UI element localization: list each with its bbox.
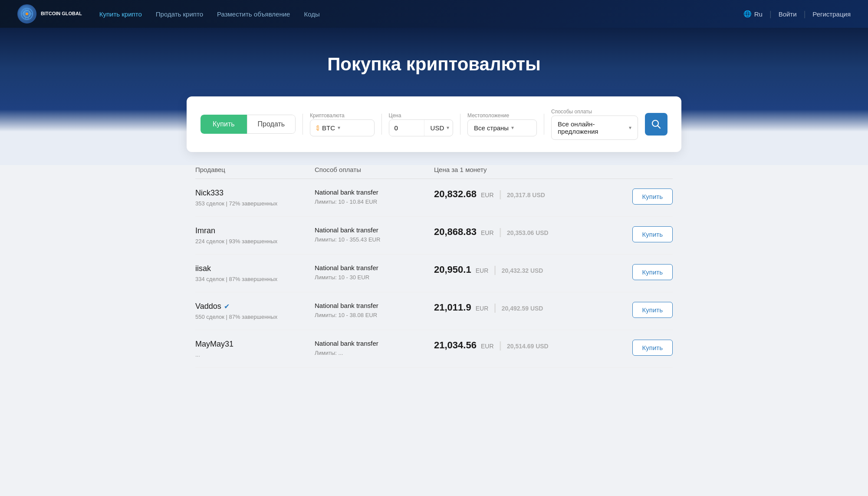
- price-col: 20,950.1 EUR | 20,432.32 USD: [434, 264, 613, 275]
- seller-name[interactable]: MayMay31: [195, 340, 315, 349]
- nav-sell-crypto[interactable]: Продать крипто: [156, 10, 203, 18]
- payment-col: National bank transfer Лимиты: 10 - 30 E…: [315, 264, 434, 281]
- seller-col: Imran 224 сделок | 93% завершенных: [195, 226, 315, 245]
- seller-stats: ...: [195, 351, 315, 358]
- payment-limits: Лимиты: 10 - 10.84 EUR: [315, 198, 434, 205]
- payment-method: National bank transfer: [315, 226, 434, 234]
- price-col: 21,011.9 EUR | 20,492.59 USD: [434, 302, 613, 313]
- seller-col: Nick333 353 сделок | 72% завершенных: [195, 188, 315, 207]
- nav-buy-crypto[interactable]: Купить крипто: [99, 10, 142, 18]
- price-value: 20,868.83 EUR | 20,353.06 USD: [434, 226, 613, 238]
- price-usd: 20,432.32 USD: [502, 267, 543, 274]
- currency-select[interactable]: USD ▾: [424, 120, 453, 136]
- price-col: 20,868.83 EUR | 20,353.06 USD: [434, 226, 613, 238]
- search-button[interactable]: [645, 113, 667, 136]
- price-input[interactable]: [389, 120, 424, 136]
- sell-toggle-button[interactable]: Продать: [247, 115, 296, 134]
- buy-button[interactable]: Купить: [632, 264, 673, 280]
- seller-col: Vaddos ✔ 550 сделок | 87% завершенных: [195, 302, 315, 320]
- table-row: MayMay31 ... National bank transfer Лими…: [195, 330, 673, 368]
- col-price: Цена за 1 монету: [434, 166, 613, 173]
- buy-button[interactable]: Купить: [632, 226, 673, 242]
- seller-col: MayMay31 ...: [195, 340, 315, 358]
- globe-icon: 🌐: [743, 10, 752, 18]
- col-seller: Продавец: [195, 166, 315, 173]
- payment-limits: Лимиты: 10 - 355.43 EUR: [315, 236, 434, 243]
- price-label: Цена: [389, 112, 453, 119]
- seller-name[interactable]: Vaddos ✔: [195, 302, 315, 311]
- price-input-wrap: USD ▾: [389, 119, 453, 136]
- navbar: BITCOIN GLOBAL Купить крипто Продать кри…: [0, 0, 868, 28]
- nav-divider2: |: [804, 10, 806, 19]
- crypto-label: Криптовалюта: [310, 112, 374, 119]
- col-payment: Способ оплаты: [315, 166, 434, 173]
- seller-stats: 550 сделок | 87% завершенных: [195, 314, 315, 320]
- logo[interactable]: BITCOIN GLOBAL: [17, 4, 82, 23]
- language-selector[interactable]: 🌐 Ru: [743, 10, 763, 18]
- buy-button[interactable]: Купить: [632, 302, 673, 318]
- price-usd: 20,317.8 USD: [507, 192, 545, 198]
- crypto-select[interactable]: ₿ BTC ▾: [310, 119, 374, 136]
- location-select[interactable]: Все страны ▾: [467, 119, 537, 136]
- col-action: [613, 166, 673, 173]
- svg-line-6: [658, 126, 661, 129]
- crypto-field: Криптовалюта ₿ BTC ▾: [310, 112, 374, 136]
- price-usd: 20,492.59 USD: [502, 305, 543, 312]
- price-field: Цена USD ▾: [389, 112, 453, 136]
- chevron-down-icon4: ▾: [629, 125, 631, 131]
- chevron-down-icon3: ▾: [511, 125, 514, 131]
- filter-card: Купить Продать Криптовалюта ₿ BTC ▾ Цена: [187, 96, 681, 152]
- filter-separator3: [460, 114, 460, 135]
- verified-icon: ✔: [224, 302, 230, 311]
- register-link[interactable]: Регистрация: [812, 10, 851, 18]
- table-row: Nick333 353 сделок | 72% завершенных Nat…: [195, 179, 673, 217]
- seller-name[interactable]: Imran: [195, 226, 315, 235]
- offers-table: Продавец Способ оплаты Цена за 1 монету …: [187, 161, 681, 394]
- buy-sell-toggle: Купить Продать: [201, 115, 296, 134]
- payment-col: National bank transfer Лимиты: 10 - 355.…: [315, 226, 434, 243]
- nav-post-ad[interactable]: Разместить объявление: [217, 10, 290, 18]
- action-col: Купить: [613, 302, 673, 318]
- search-icon: [651, 119, 661, 129]
- action-col: Купить: [613, 264, 673, 280]
- filter-separator2: [381, 114, 382, 135]
- login-button[interactable]: Войти: [779, 10, 797, 18]
- action-col: Купить: [613, 340, 673, 356]
- price-usd: 20,514.69 USD: [507, 343, 549, 350]
- chevron-down-icon2: ▾: [447, 125, 449, 131]
- buy-button[interactable]: Купить: [632, 188, 673, 205]
- seller-stats: 353 сделок | 72% завершенных: [195, 200, 315, 207]
- payment-col: National bank transfer Лимиты: ...: [315, 340, 434, 356]
- filter-separator: [302, 114, 303, 135]
- filter-row: Купить Продать Криптовалюта ₿ BTC ▾ Цена: [201, 109, 667, 140]
- nav-codes[interactable]: Коды: [304, 10, 319, 18]
- table-row: Imran 224 сделок | 93% завершенных Natio…: [195, 217, 673, 255]
- hero-title: Покупка криптовалюты: [9, 54, 859, 75]
- action-col: Купить: [613, 226, 673, 242]
- price-value: 20,832.68 EUR | 20,317.8 USD: [434, 188, 613, 200]
- price-value: 20,950.1 EUR | 20,432.32 USD: [434, 264, 613, 275]
- seller-name[interactable]: iisak: [195, 264, 315, 273]
- action-col: Купить: [613, 188, 673, 205]
- payment-col: National bank transfer Лимиты: 10 - 10.8…: [315, 188, 434, 205]
- table-header: Продавец Способ оплаты Цена за 1 монету: [195, 161, 673, 179]
- location-label: Местоположение: [467, 112, 537, 119]
- svg-point-4: [26, 13, 28, 15]
- payment-limits: Лимиты: ...: [315, 350, 434, 356]
- btc-icon: ₿: [316, 124, 319, 131]
- price-usd: 20,353.06 USD: [507, 229, 549, 236]
- payment-method: National bank transfer: [315, 188, 434, 196]
- table-row: Vaddos ✔ 550 сделок | 87% завершенных Na…: [195, 292, 673, 330]
- price-value: 21,011.9 EUR | 20,492.59 USD: [434, 302, 613, 313]
- payment-select[interactable]: Все онлайн-предложения ▾: [551, 116, 638, 140]
- payment-method: National bank transfer: [315, 302, 434, 309]
- nav-right: 🌐 Ru | Войти | Регистрация: [743, 10, 851, 19]
- buy-button[interactable]: Купить: [632, 340, 673, 356]
- price-currency: EUR: [481, 192, 494, 198]
- nav-divider: |: [769, 10, 772, 19]
- logo-icon: [17, 4, 36, 23]
- seller-col: iisak 334 сделок | 87% завершенных: [195, 264, 315, 282]
- payment-col: National bank transfer Лимиты: 10 - 38.0…: [315, 302, 434, 318]
- seller-name[interactable]: Nick333: [195, 188, 315, 198]
- buy-toggle-button[interactable]: Купить: [201, 115, 247, 134]
